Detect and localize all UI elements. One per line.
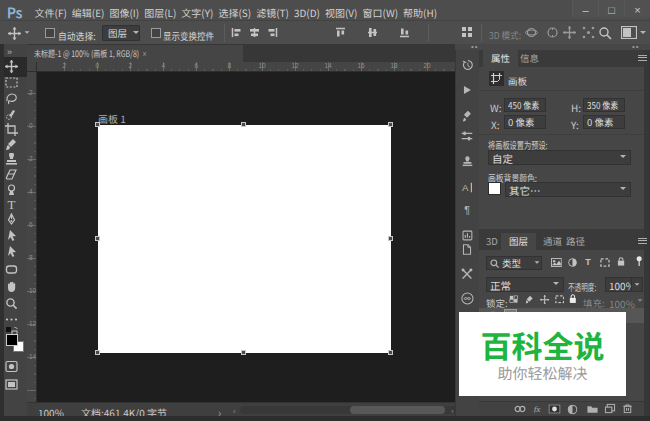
svg-text:A: A [462, 182, 469, 193]
svg-text:T: T [585, 257, 591, 266]
svg-text:fx: fx [534, 404, 542, 413]
svg-text:T: T [8, 198, 16, 211]
svg-text:¶: ¶ [464, 205, 470, 216]
